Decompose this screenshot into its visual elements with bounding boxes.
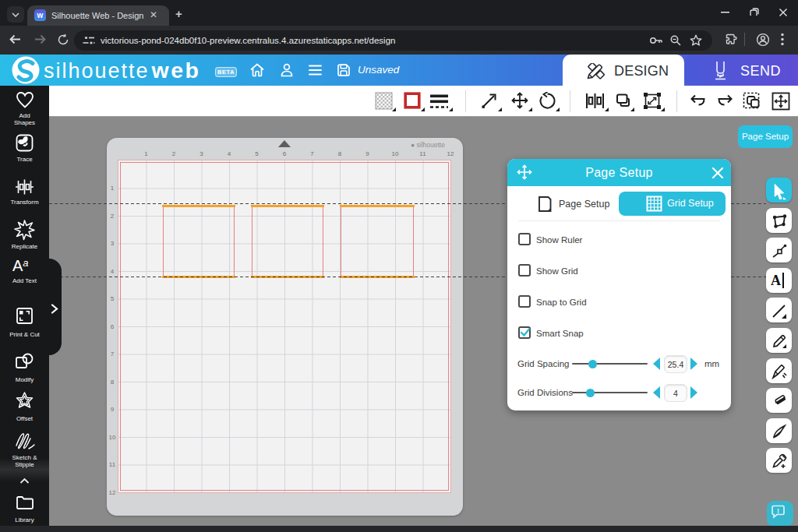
svg-text:!: ! bbox=[777, 507, 779, 515]
